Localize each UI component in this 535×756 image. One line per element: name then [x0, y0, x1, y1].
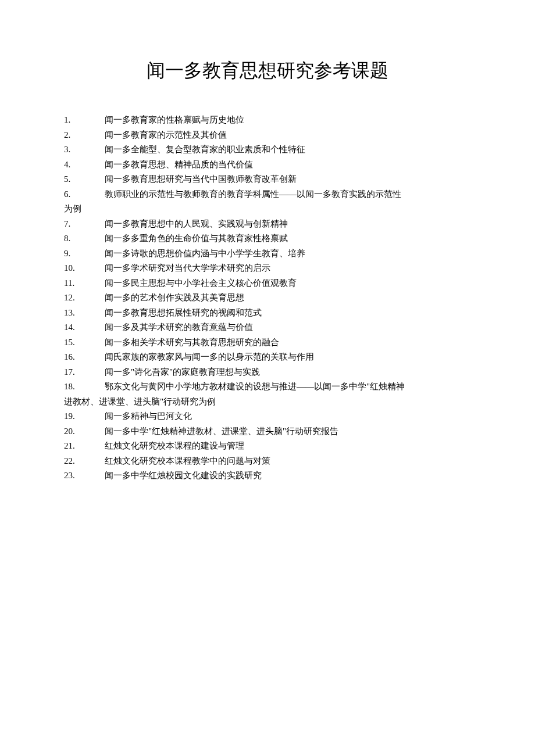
item-text: 红烛文化研究校本课程教学中的问题与对策: [105, 456, 270, 465]
list-item: 4.闻一多教育思想、精神品质的当代价值: [64, 157, 471, 173]
item-number: 2.: [64, 128, 83, 143]
item-text: 闻一多教育家的性格禀赋与历史地位: [105, 115, 244, 124]
list-item: 8.闻一多多重角色的生命价值与其教育家性格禀赋: [64, 231, 471, 246]
list-item: 12.闻一多的艺术创作实践及其美育思想: [64, 291, 471, 306]
list-item: 3.闻一多全能型、复合型教育家的职业素质和个性特征: [64, 142, 471, 157]
item-text: 闻一多教育思想中的人民观、实践观与创新精神: [105, 219, 288, 228]
list-item: 21.红烛文化研究校本课程的建设与管理: [64, 439, 471, 454]
list-item: 5.闻一多教育思想研究与当代中国教师教育改革创新: [64, 172, 471, 187]
item-text: 闻一多全能型、复合型教育家的职业素质和个性特征: [105, 145, 305, 154]
list-item: 2.闻一多教育家的示范性及其价值: [64, 128, 471, 143]
item-number: 21.: [64, 439, 83, 454]
list-item: 19.闻一多精神与巴河文化: [64, 409, 471, 424]
item-number: 3.: [64, 142, 83, 157]
item-text: 闻一多教育思想、精神品质的当代价值: [105, 160, 253, 169]
item-text: 闻一多学术研究对当代大学学术研究的启示: [105, 263, 270, 273]
list-item: 13.闻一多教育思想拓展性研究的视阈和范式: [64, 306, 471, 321]
page-title: 闻一多教育思想研究参考课题: [64, 58, 471, 84]
item-number: 4.: [64, 157, 83, 173]
item-continuation: 进教材、进课堂、进头脑"行动研究为例: [64, 395, 471, 410]
topic-list: 1.闻一多教育家的性格禀赋与历史地位2.闻一多教育家的示范性及其价值3.闻一多全…: [64, 113, 471, 483]
item-text: 闻一多教育思想研究与当代中国教师教育改革创新: [105, 174, 297, 184]
item-number: 1.: [64, 113, 83, 128]
item-text: 闻一多的艺术创作实践及其美育思想: [105, 293, 244, 302]
list-item: 6.教师职业的示范性与教师教育的教育学科属性——以闻一多教育实践的示范性: [64, 187, 471, 202]
list-item: 9.闻一多诗歌的思想价值内涵与中小学学生教育、培养: [64, 246, 471, 261]
list-item: 20.闻一多中学"红烛精神进教材、进课堂、进头脑"行动研究报告: [64, 424, 471, 439]
item-number: 18.: [64, 379, 83, 395]
item-text: 闻一多教育思想拓展性研究的视阈和范式: [105, 308, 262, 317]
list-item: 15.闻一多相关学术研究与其教育思想研究的融合: [64, 335, 471, 350]
list-item: 11.闻一多民主思想与中小学社会主义核心价值观教育: [64, 276, 471, 291]
item-number: 8.: [64, 231, 83, 246]
list-item: 22.红烛文化研究校本课程教学中的问题与对策: [64, 454, 471, 469]
item-number: 14.: [64, 320, 83, 335]
list-item: 10.闻一多学术研究对当代大学学术研究的启示: [64, 261, 471, 276]
item-number: 10.: [64, 261, 83, 276]
item-text: 闻一多中学红烛校园文化建设的实践研究: [105, 471, 262, 480]
item-number: 11.: [64, 276, 83, 291]
item-text: 闻氏家族的家教家风与闻一多的以身示范的关联与作用: [105, 352, 314, 361]
item-number: 19.: [64, 409, 83, 424]
list-item: 23.闻一多中学红烛校园文化建设的实践研究: [64, 468, 471, 483]
item-number: 12.: [64, 291, 83, 306]
list-item: 7.闻一多教育思想中的人民观、实践观与创新精神: [64, 217, 471, 232]
item-text: 闻一多诗歌的思想价值内涵与中小学学生教育、培养: [105, 249, 305, 258]
item-text: 闻一多民主思想与中小学社会主义核心价值观教育: [105, 278, 297, 288]
item-number: 17.: [64, 365, 83, 380]
item-continuation: 为例: [64, 202, 471, 217]
item-text: 闻一多及其学术研究的教育意蕴与价值: [105, 323, 253, 332]
item-number: 15.: [64, 335, 83, 350]
item-text: 红烛文化研究校本课程的建设与管理: [105, 441, 244, 450]
list-item: 17.闻一多"诗化吾家"的家庭教育理想与实践: [64, 365, 471, 380]
item-text: 闻一多教育家的示范性及其价值: [105, 130, 227, 139]
item-text: 闻一多"诗化吾家"的家庭教育理想与实践: [105, 367, 260, 377]
item-number: 5.: [64, 172, 83, 187]
list-item: 14.闻一多及其学术研究的教育意蕴与价值: [64, 320, 471, 335]
list-item: 1.闻一多教育家的性格禀赋与历史地位: [64, 113, 471, 128]
item-number: 20.: [64, 424, 83, 439]
item-number: 16.: [64, 350, 83, 365]
item-number: 7.: [64, 217, 83, 232]
item-number: 23.: [64, 468, 83, 483]
item-text: 闻一多精神与巴河文化: [105, 411, 192, 421]
item-number: 22.: [64, 454, 83, 469]
list-item: 18.鄂东文化与黄冈中小学地方教材建设的设想与推进——以闻一多中学"红烛精神: [64, 379, 471, 395]
item-text: 鄂东文化与黄冈中小学地方教材建设的设想与推进——以闻一多中学"红烛精神: [105, 382, 405, 391]
item-number: 13.: [64, 306, 83, 321]
item-text: 闻一多中学"红烛精神进教材、进课堂、进头脑"行动研究报告: [105, 427, 338, 436]
list-item: 16.闻氏家族的家教家风与闻一多的以身示范的关联与作用: [64, 350, 471, 365]
item-text: 闻一多多重角色的生命价值与其教育家性格禀赋: [105, 234, 288, 243]
item-number: 6.: [64, 187, 83, 202]
item-text: 教师职业的示范性与教师教育的教育学科属性——以闻一多教育实践的示范性: [105, 189, 401, 199]
item-number: 9.: [64, 246, 83, 261]
item-text: 闻一多相关学术研究与其教育思想研究的融合: [105, 338, 279, 347]
